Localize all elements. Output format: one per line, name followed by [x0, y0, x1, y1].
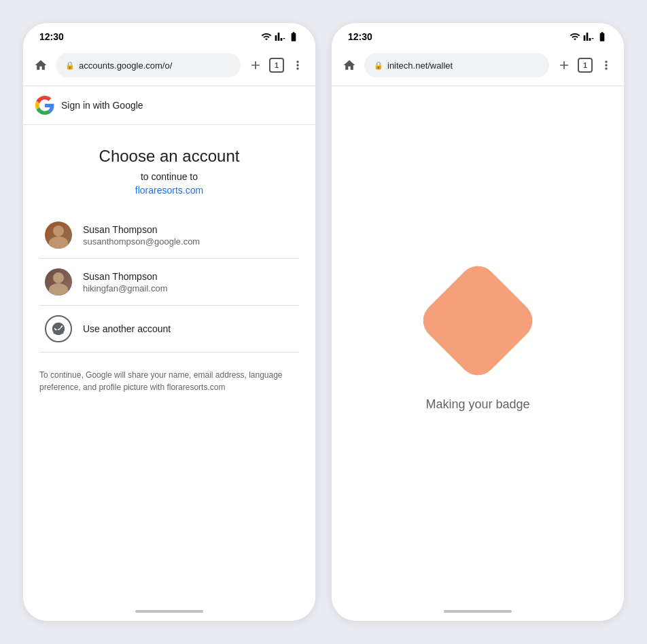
left-page-content: Sign in with Google Choose an account to…	[23, 86, 315, 602]
account-info-1: Susan Thompson susanthompson@google.com	[83, 224, 294, 247]
privacy-notice: To continue, Google will share your name…	[39, 369, 299, 393]
right-address-bar[interactable]: 🔒 initech.net/wallet	[364, 53, 549, 77]
right-wifi-icon	[570, 31, 580, 42]
badge-content: Making your badge	[332, 86, 624, 602]
right-home-indicator	[444, 610, 512, 613]
right-address-text: initech.net/wallet	[387, 60, 540, 71]
right-browser-toolbar: 🔒 initech.net/wallet 1	[340, 52, 616, 79]
right-new-tab-button[interactable]	[555, 56, 574, 75]
right-status-bar: 12:30	[332, 23, 624, 48]
account-name-2: Susan Thompson	[83, 271, 294, 282]
account-info-2: Susan Thompson hikingfan@gmail.com	[83, 271, 294, 293]
left-status-icons	[261, 31, 299, 42]
right-signal-icon	[583, 31, 594, 42]
left-address-text: accounts.google.com/o/	[79, 60, 231, 71]
account-email-1: susanthompson@google.com	[83, 236, 294, 247]
use-another-label: Use another account	[83, 323, 171, 334]
right-browser-actions: 1	[555, 56, 616, 75]
left-browser-chrome: 🔒 accounts.google.com/o/ 1	[23, 48, 315, 86]
right-lock-icon: 🔒	[374, 61, 383, 70]
use-another-account-item[interactable]: Use another account	[39, 306, 299, 353]
left-home-indicator	[135, 610, 203, 613]
account-item-1[interactable]: Susan Thompson susanthompson@google.com	[39, 212, 299, 259]
right-tab-count[interactable]: 1	[578, 58, 593, 73]
account-avatar-1	[45, 221, 72, 249]
badge-making-label: Making your badge	[425, 397, 529, 412]
account-item-2[interactable]: Susan Thompson hikingfan@gmail.com	[39, 259, 299, 306]
choose-account-content: Choose an account to continue to florare…	[23, 125, 315, 410]
google-tab-title: Sign in with Google	[61, 100, 143, 111]
left-home-button[interactable]	[31, 56, 50, 75]
google-logo	[35, 96, 54, 115]
left-lock-icon: 🔒	[65, 61, 75, 70]
battery-icon	[288, 31, 299, 42]
left-menu-button[interactable]	[288, 56, 307, 75]
signal-icon	[275, 31, 285, 42]
phones-container: 12:30 🔒 accounts.	[0, 0, 647, 644]
account-avatar-2	[45, 268, 72, 296]
right-home-bar	[332, 602, 624, 621]
right-time: 12:30	[348, 31, 372, 42]
right-browser-chrome: 🔒 initech.net/wallet 1	[332, 48, 624, 86]
left-phone: 12:30 🔒 accounts.	[23, 23, 315, 621]
right-menu-button[interactable]	[597, 56, 616, 75]
left-tab-count[interactable]: 1	[269, 58, 284, 73]
left-status-bar: 12:30	[23, 23, 315, 48]
account-name-1: Susan Thompson	[83, 224, 294, 235]
right-phone: 12:30 🔒 initech.n	[332, 23, 624, 621]
right-home-button[interactable]	[340, 56, 359, 75]
left-home-bar	[23, 602, 315, 621]
right-battery-icon	[597, 31, 608, 42]
left-browser-toolbar: 🔒 accounts.google.com/o/ 1	[31, 52, 307, 79]
continue-to-text: to continue to	[39, 171, 299, 182]
left-time: 12:30	[39, 31, 64, 42]
site-link[interactable]: floraresorts.com	[39, 185, 299, 196]
choose-heading: Choose an account	[39, 147, 299, 166]
wifi-icon	[261, 31, 272, 42]
left-address-bar[interactable]: 🔒 accounts.google.com/o/	[56, 53, 241, 77]
left-browser-actions: 1	[246, 56, 307, 75]
person-add-icon	[45, 315, 72, 342]
badge-diamond-shape	[415, 258, 540, 383]
google-tab-header: Sign in with Google	[23, 86, 315, 125]
badge-shape-container	[434, 276, 522, 365]
accounts-list: Susan Thompson susanthompson@google.com …	[39, 212, 299, 353]
left-new-tab-button[interactable]	[246, 56, 265, 75]
right-status-icons	[570, 31, 608, 42]
account-email-2: hikingfan@gmail.com	[83, 283, 294, 293]
